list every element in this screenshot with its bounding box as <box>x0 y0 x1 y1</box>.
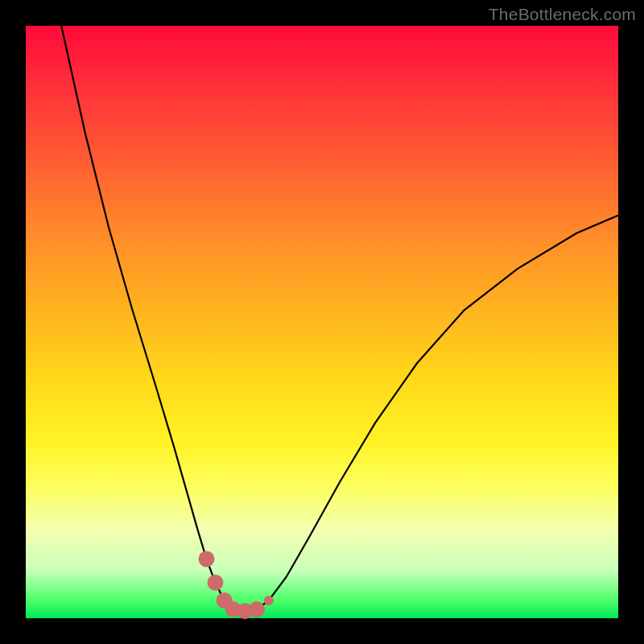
highlight-dot <box>249 601 265 617</box>
highlight-dot <box>264 596 274 605</box>
highlight-dot <box>199 551 215 567</box>
bottleneck-curve <box>61 26 618 611</box>
plot-area <box>26 26 618 618</box>
watermark-text: TheBottleneck.com <box>489 5 636 24</box>
highlight-dots <box>199 551 274 619</box>
highlight-dot <box>208 575 224 591</box>
bottleneck-curve-svg <box>26 26 618 618</box>
